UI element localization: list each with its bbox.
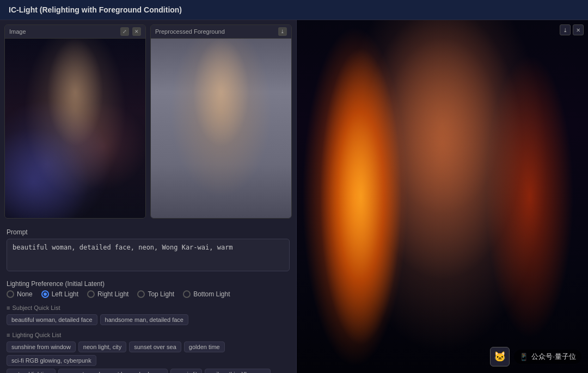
preprocessed-panel-header: Preprocessed Foreground ⤓ — [151, 25, 291, 39]
lighting-radio-group: None Left Light Right Light Top Lig — [7, 290, 290, 298]
image-panel: Image ⤢ ✕ — [4, 24, 146, 219]
app-container: IC-Light (Relighting with Foreground Con… — [0, 0, 588, 373]
output-image: ⤓ ✕ 🐱 📱 公众号·量子位 — [297, 20, 588, 373]
subject-quick-list-label: ≡ Subject Quick List — [7, 304, 290, 311]
lighting-tags-row-0: sunshine from window neon light, city su… — [7, 341, 290, 366]
title-bar: IC-Light (Relighting with Foreground Con… — [0, 0, 588, 20]
source-image-content — [5, 39, 145, 218]
radio-bottom[interactable]: Bottom Light — [183, 290, 230, 298]
preprocessed-panel-icons: ⤓ — [278, 27, 287, 36]
source-image — [5, 39, 145, 218]
lighting-tag-golden[interactable]: golden time — [184, 341, 225, 352]
lighting-tags-row-1: natural lighting warm atmosphere, at hom… — [7, 369, 290, 373]
subject-list-icon: ≡ — [7, 304, 10, 311]
images-row: Image ⤢ ✕ Preprocessed Foreground — [0, 20, 296, 223]
expand-icon[interactable]: ⤢ — [120, 27, 129, 36]
left-panel: Image ⤢ ✕ Preprocessed Foreground — [0, 20, 297, 373]
app-title: IC-Light (Relighting with Foreground Con… — [9, 5, 182, 14]
radio-top-label: Top Light — [148, 290, 174, 298]
radio-bottom-label: Bottom Light — [193, 290, 230, 298]
lighting-tag-scifi[interactable]: sci-fi RGB glowing, cyberpunk — [7, 355, 96, 366]
output-controls: ⤓ ✕ — [560, 24, 584, 35]
lighting-tag-natural[interactable]: natural lighting — [7, 369, 56, 373]
image-panel-header: Image ⤢ ✕ — [5, 25, 145, 39]
lighting-tag-magic[interactable]: magic lit — [170, 369, 202, 373]
prompt-label: Prompt — [7, 228, 290, 236]
lighting-group: Lighting Preference (Initial Latent) Non… — [7, 280, 290, 298]
lighting-label: Lighting Preference (Initial Latent) — [7, 280, 290, 288]
download-icon[interactable]: ⤓ — [278, 27, 287, 36]
output-close-icon[interactable]: ✕ — [573, 24, 584, 35]
subject-tags-row: beautiful woman, detailed face handsome … — [7, 314, 290, 325]
right-panel: ⤓ ✕ 🐱 📱 公众号·量子位 — [297, 20, 588, 373]
lighting-tag-sunset[interactable]: sunset over sea — [129, 341, 181, 352]
radio-none[interactable]: None — [7, 290, 33, 298]
radio-left[interactable]: Left Light — [41, 290, 78, 298]
lighting-quick-list-group: ≡ Lighting Quick List sunshine from wind… — [7, 332, 290, 373]
radio-bottom-circle — [183, 290, 191, 298]
controls-section: Prompt beautiful woman, detailed face, n… — [0, 223, 296, 373]
subject-quick-list-group: ≡ Subject Quick List beautiful woman, de… — [7, 304, 290, 325]
radio-none-label: None — [17, 290, 33, 298]
output-image-content — [297, 20, 588, 373]
watermark-badge: 🐱 📱 公众号·量子位 — [490, 347, 581, 366]
subject-tag-0[interactable]: beautiful woman, detailed face — [7, 314, 97, 325]
preprocessed-image — [151, 39, 291, 218]
preprocessed-panel: Preprocessed Foreground ⤓ — [150, 24, 292, 219]
image-panel-icons: ⤢ ✕ — [120, 27, 141, 36]
lighting-tag-warm[interactable]: warm atmosphere, at home, bedroom — [58, 369, 168, 373]
wechat-text: 公众号·量子位 — [531, 352, 576, 362]
close-icon[interactable]: ✕ — [132, 27, 141, 36]
prompt-input[interactable]: beautiful woman, detailed face, neon, Wo… — [7, 239, 290, 271]
radio-none-circle — [7, 290, 14, 298]
main-content: Image ⤢ ✕ Preprocessed Foreground — [0, 20, 588, 373]
lighting-tag-neon[interactable]: neon light, city — [78, 341, 126, 352]
radio-top[interactable]: Top Light — [137, 290, 174, 298]
lighting-quick-list-label: ≡ Lighting Quick List — [7, 332, 290, 338]
radio-right[interactable]: Right Light — [87, 290, 128, 298]
subject-tag-1[interactable]: handsome man, detailed face — [100, 314, 188, 325]
radio-left-label: Left Light — [52, 290, 78, 298]
lighting-list-icon: ≡ — [7, 332, 10, 338]
lighting-tag-sunshine[interactable]: sunshine from window — [7, 341, 76, 352]
radio-right-label: Right Light — [97, 290, 128, 298]
image-panel-label: Image — [9, 28, 26, 35]
wechat-icon: 📱 — [519, 353, 528, 361]
radio-right-circle — [87, 290, 95, 298]
cat-icon: 🐱 — [490, 347, 510, 366]
radio-left-circle — [41, 290, 49, 298]
preprocessed-panel-label: Preprocessed Foreground — [155, 28, 225, 35]
preprocessed-image-content — [151, 39, 291, 218]
lighting-tag-evil[interactable]: evil, gothic, Yharnam — [205, 369, 271, 373]
radio-top-circle — [137, 290, 145, 298]
output-download-icon[interactable]: ⤓ — [560, 24, 571, 35]
wechat-badge: 📱 公众号·量子位 — [514, 350, 581, 364]
prompt-group: Prompt beautiful woman, detailed face, n… — [7, 228, 290, 273]
